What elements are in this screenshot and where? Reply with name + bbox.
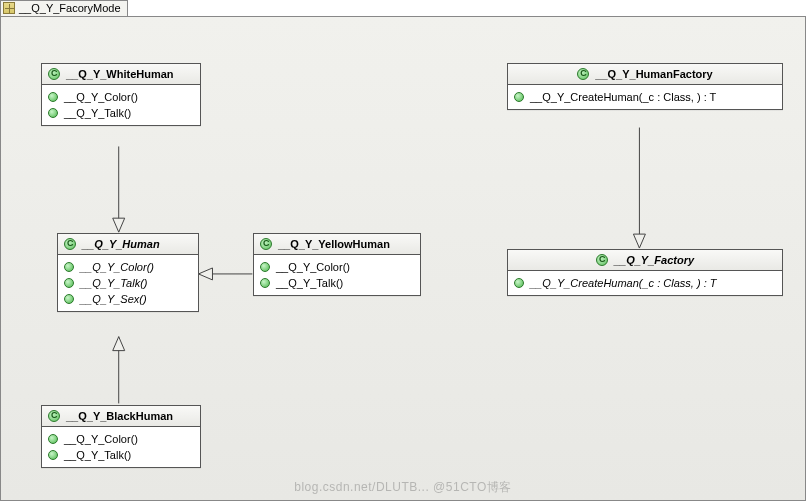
- class-icon: [48, 68, 60, 80]
- class-yellow-human[interactable]: __Q_Y_YellowHuman __Q_Y_Color() __Q_Y_Ta…: [253, 233, 421, 296]
- class-header: __Q_Y_Human: [58, 234, 198, 255]
- methods-compartment: __Q_Y_CreateHuman(_c : Class, ) : T: [508, 85, 782, 109]
- public-method-icon: [48, 450, 58, 460]
- method-row: __Q_Y_CreateHuman(_c : Class, ) : T: [514, 89, 776, 105]
- method-row: __Q_Y_Color(): [64, 259, 192, 275]
- class-header: __Q_Y_HumanFactory: [508, 64, 782, 85]
- methods-compartment: __Q_Y_Color() __Q_Y_Talk(): [42, 85, 200, 125]
- public-method-icon: [48, 108, 58, 118]
- class-name: __Q_Y_Factory: [614, 254, 694, 266]
- methods-compartment: __Q_Y_Color() __Q_Y_Talk(): [42, 427, 200, 467]
- class-human-factory[interactable]: __Q_Y_HumanFactory __Q_Y_CreateHuman(_c …: [507, 63, 783, 110]
- public-method-icon: [64, 278, 74, 288]
- class-name: __Q_Y_YellowHuman: [278, 238, 390, 250]
- method-signature: __Q_Y_Color(): [276, 261, 350, 273]
- method-signature: __Q_Y_Sex(): [80, 293, 147, 305]
- method-row: __Q_Y_CreateHuman(_c : Class, ) : T: [514, 275, 776, 291]
- class-icon: [48, 410, 60, 422]
- method-row: __Q_Y_Talk(): [64, 275, 192, 291]
- class-header: __Q_Y_YellowHuman: [254, 234, 420, 255]
- method-row: __Q_Y_Color(): [260, 259, 414, 275]
- class-black-human[interactable]: __Q_Y_BlackHuman __Q_Y_Color() __Q_Y_Tal…: [41, 405, 201, 468]
- class-icon: [596, 254, 608, 266]
- method-row: __Q_Y_Talk(): [48, 105, 194, 121]
- class-icon: [577, 68, 589, 80]
- public-method-icon: [48, 434, 58, 444]
- method-signature: __Q_Y_Talk(): [276, 277, 343, 289]
- method-signature: __Q_Y_CreateHuman(_c : Class, ) : T: [530, 91, 716, 103]
- class-human[interactable]: __Q_Y_Human __Q_Y_Color() __Q_Y_Talk() _…: [57, 233, 199, 312]
- package-tab-label: __Q_Y_FacoryMode: [19, 2, 121, 14]
- class-header: __Q_Y_Factory: [508, 250, 782, 271]
- method-signature: __Q_Y_Talk(): [64, 449, 131, 461]
- method-signature: __Q_Y_Talk(): [64, 107, 131, 119]
- class-icon: [260, 238, 272, 250]
- methods-compartment: __Q_Y_CreateHuman(_c : Class, ) : T: [508, 271, 782, 295]
- method-row: __Q_Y_Talk(): [48, 447, 194, 463]
- class-name: __Q_Y_Human: [82, 238, 160, 250]
- public-method-icon: [514, 92, 524, 102]
- class-header: __Q_Y_WhiteHuman: [42, 64, 200, 85]
- public-method-icon: [260, 278, 270, 288]
- public-method-icon: [514, 278, 524, 288]
- methods-compartment: __Q_Y_Color() __Q_Y_Talk(): [254, 255, 420, 295]
- method-signature: __Q_Y_CreateHuman(_c : Class, ) : T: [530, 277, 716, 289]
- package-tab[interactable]: __Q_Y_FacoryMode: [0, 0, 128, 17]
- public-method-icon: [64, 262, 74, 272]
- class-factory[interactable]: __Q_Y_Factory __Q_Y_CreateHuman(_c : Cla…: [507, 249, 783, 296]
- method-signature: __Q_Y_Color(): [80, 261, 154, 273]
- class-name: __Q_Y_BlackHuman: [66, 410, 173, 422]
- class-header: __Q_Y_BlackHuman: [42, 406, 200, 427]
- class-name: __Q_Y_WhiteHuman: [66, 68, 174, 80]
- method-row: __Q_Y_Talk(): [260, 275, 414, 291]
- class-name: __Q_Y_HumanFactory: [595, 68, 712, 80]
- method-row: __Q_Y_Color(): [48, 89, 194, 105]
- method-row: __Q_Y_Sex(): [64, 291, 192, 307]
- public-method-icon: [260, 262, 270, 272]
- public-method-icon: [48, 92, 58, 102]
- watermark-text: blog.csdn.net/DLUTB... @51CTO博客: [294, 479, 512, 496]
- class-icon: [64, 238, 76, 250]
- method-row: __Q_Y_Color(): [48, 431, 194, 447]
- methods-compartment: __Q_Y_Color() __Q_Y_Talk() __Q_Y_Sex(): [58, 255, 198, 311]
- class-white-human[interactable]: __Q_Y_WhiteHuman __Q_Y_Color() __Q_Y_Tal…: [41, 63, 201, 126]
- public-method-icon: [64, 294, 74, 304]
- method-signature: __Q_Y_Talk(): [80, 277, 147, 289]
- diagram-canvas[interactable]: __Q_Y_WhiteHuman __Q_Y_Color() __Q_Y_Tal…: [0, 16, 806, 501]
- package-icon: [3, 2, 15, 14]
- method-signature: __Q_Y_Color(): [64, 433, 138, 445]
- method-signature: __Q_Y_Color(): [64, 91, 138, 103]
